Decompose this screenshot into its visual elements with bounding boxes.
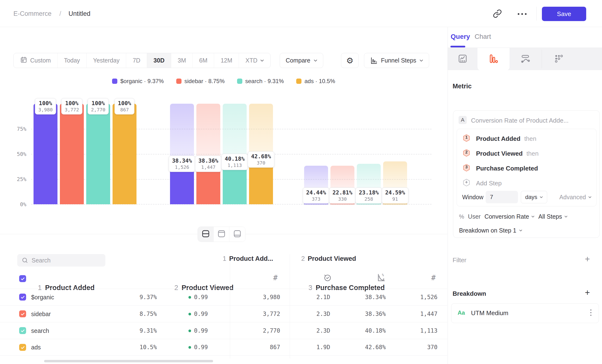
bar-value-label: 38.36%1,447	[195, 156, 222, 172]
chevron-down-icon	[419, 59, 423, 62]
measure-scope-select[interactable]: All Steps	[538, 213, 568, 220]
funnel-bar-$organic-step3[interactable]: 24.44%373	[304, 104, 328, 204]
row-checkbox[interactable]	[19, 344, 26, 351]
y-axis-tick: 50%	[8, 151, 26, 157]
advanced-toggle[interactable]: Advanced	[559, 194, 591, 201]
funnel-bar-ads-step1[interactable]: 100%867	[113, 104, 137, 204]
tab-query[interactable]: Query	[451, 33, 470, 41]
tab-chart[interactable]: Chart	[475, 33, 491, 41]
funnel-bar-search-step1[interactable]: 100%2,770	[86, 104, 110, 204]
search-input[interactable]	[32, 257, 99, 264]
segment-name: $organic	[31, 294, 54, 300]
table-group-header-step1: 1Product Add...	[223, 255, 273, 262]
measure-row: % User Conversion Rate All Steps	[459, 213, 568, 220]
panel-tabs: Query Chart	[448, 27, 602, 48]
horizontal-scrollbar[interactable]	[44, 360, 213, 362]
y-axis-tick: 0%	[8, 201, 26, 207]
funnel-bar-ads-step2[interactable]: 42.68%370	[249, 104, 273, 204]
add-step-button[interactable]: +Add Step	[462, 176, 502, 191]
funnel-bar-$organic-step2[interactable]: 38.34%1,526	[170, 104, 194, 204]
bar-value-label: 24.44%373	[303, 188, 329, 204]
row-checkbox[interactable]	[19, 294, 26, 300]
add-filter-button[interactable]: +	[583, 254, 591, 264]
add-breakdown-button[interactable]: +	[583, 288, 591, 298]
row-checkbox[interactable]	[19, 310, 26, 317]
chevron-down-icon	[588, 196, 591, 198]
bar-value-label: 23.18%258	[355, 188, 382, 204]
then-label: then	[527, 150, 539, 157]
table-row[interactable]: ads10.5%0.998671.9D42.68%370	[0, 339, 447, 356]
window-value-input[interactable]	[486, 191, 518, 203]
table-row[interactable]: search9.31%0.992,7702.3D40.18%1,113	[0, 322, 447, 339]
conversion-count: 3,980	[38, 107, 53, 113]
kebab-menu-icon[interactable]	[589, 308, 593, 317]
step2-count: 1,447	[420, 310, 438, 317]
date-range-12m[interactable]: 12M	[214, 53, 239, 68]
table-search	[17, 254, 105, 267]
legend-item[interactable]: ads · 10.5%	[296, 78, 335, 85]
date-range-7d[interactable]: 7D	[126, 53, 147, 68]
split-view-icon	[201, 229, 210, 239]
table-row[interactable]: sidebar8.75%0.993,7722.3D38.36%1,447	[0, 305, 447, 322]
chart-view-button[interactable]	[214, 227, 229, 242]
layout-view-toggle	[198, 226, 246, 242]
date-range-today[interactable]: Today	[57, 53, 87, 68]
date-range-6m[interactable]: 6M	[193, 53, 214, 68]
step1-count: 867	[270, 344, 280, 351]
measure-metric-select[interactable]: Conversion Rate	[484, 213, 535, 220]
query-step-2[interactable]: 2Product Viewedthen	[462, 146, 538, 161]
query-step-3[interactable]: 3Purchase Completed	[462, 161, 538, 176]
conversion-percent: 100%	[91, 100, 105, 106]
funnel-bar-search-step3[interactable]: 23.18%258	[357, 104, 381, 204]
tab-flows[interactable]	[510, 48, 542, 70]
y-axis-tick: 75%	[8, 126, 26, 132]
window-unit-select[interactable]: days	[521, 191, 547, 203]
chart-settings-button[interactable]: ⚙	[341, 53, 359, 68]
funnel-bar-ads-step3[interactable]: 24.59%91	[383, 104, 407, 204]
share-link-icon[interactable]	[493, 9, 502, 19]
funnel-bar-sidebar-step1[interactable]: 100%3,772	[60, 104, 84, 204]
legend-item[interactable]: $organic · 9.37%	[112, 78, 163, 85]
step2-rate: 38.34%	[365, 294, 386, 300]
table-view-button[interactable]	[229, 227, 245, 242]
legend-swatch	[296, 79, 301, 84]
compare-button[interactable]: Compare	[280, 53, 323, 68]
table-row[interactable]: $organic9.37%0.993,9802.1D38.34%1,526	[0, 289, 447, 305]
date-range-3m[interactable]: 3M	[171, 53, 193, 68]
legend-swatch	[112, 79, 117, 84]
row-checkbox[interactable]	[19, 327, 26, 334]
tab-insights[interactable]	[448, 48, 477, 70]
breadcrumb-report-title[interactable]: Untitled	[68, 10, 90, 18]
breadcrumb-separator: /	[59, 10, 61, 18]
split-view-button[interactable]	[198, 227, 214, 242]
legend-item[interactable]: search · 9.31%	[237, 78, 284, 85]
funnel-bar-search-step2[interactable]: 40.18%1,113	[223, 104, 247, 204]
series-label[interactable]: Conversion Rate of Product Adde...	[471, 117, 569, 124]
significance: 0.99	[188, 344, 208, 351]
date-range-30d[interactable]: 30D	[147, 53, 171, 68]
funnel-bar-$organic-step1[interactable]: 100%3,980	[33, 104, 57, 204]
select-all-checkbox[interactable]	[19, 275, 26, 282]
tab-funnels[interactable]	[477, 48, 510, 70]
funnel-bar-sidebar-step3[interactable]: 22.81%330	[331, 104, 355, 204]
legend-item[interactable]: sidebar · 8.75%	[176, 78, 225, 85]
total-conversion: 9.31%	[140, 327, 157, 334]
save-button[interactable]: Save	[542, 7, 586, 21]
date-range-yesterday[interactable]: Yesterday	[87, 53, 126, 68]
breadcrumb-project[interactable]: E-Commerce	[13, 10, 52, 18]
step2-time-to-convert: 2.1D	[316, 294, 330, 300]
date-range-label: Yesterday	[93, 57, 119, 64]
conversion-percent: 38.36%	[198, 158, 218, 164]
query-step-1[interactable]: 1Product Addedthen	[462, 131, 536, 146]
measure-entity[interactable]: User	[468, 213, 481, 220]
converted-bar	[86, 104, 110, 204]
breakdown-on-step-select[interactable]: Breakdown on Step 1	[459, 227, 522, 234]
date-range-custom[interactable]: Custom	[14, 53, 57, 68]
breakdown-property-card[interactable]: Aa UTM Medium	[451, 303, 599, 323]
tab-retention[interactable]	[542, 48, 576, 70]
more-options-icon[interactable]	[517, 9, 527, 19]
chart-type-button[interactable]: Funnel Steps	[364, 53, 429, 68]
date-range-xtd[interactable]: XTD	[239, 53, 270, 68]
filter-section-heading: Filter	[452, 257, 466, 264]
funnel-bar-sidebar-step2[interactable]: 38.36%1,447	[196, 104, 220, 204]
